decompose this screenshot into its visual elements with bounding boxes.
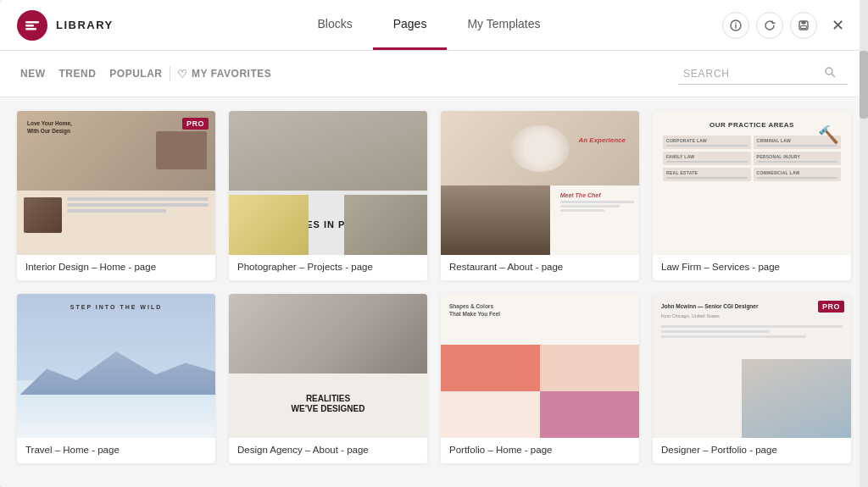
- thumb-text-3: Meet The Chef: [555, 185, 639, 255]
- thumb-photo-1: [24, 197, 62, 233]
- thumb-img-1: [156, 131, 207, 169]
- search-icon: [824, 66, 836, 80]
- thumb-cell-7-1: [441, 345, 540, 391]
- filter-divider: [170, 66, 170, 81]
- template-card-john[interactable]: John Mcwinn — Senior CGI Designer from C…: [653, 294, 851, 463]
- filter-bar: NEW TREND POPULAR ♡ MY FAVORITES: [0, 51, 868, 97]
- template-card-photographer[interactable]: STORIES IN PHOTOS Photographer – Project…: [229, 111, 427, 280]
- thumb-text-1: Love Your Home, With Our Design: [27, 119, 72, 135]
- logo-area: LIBRARY: [17, 10, 136, 41]
- thumb-name-8: John Mcwinn — Senior CGI Designer: [661, 302, 843, 310]
- tab-my-templates[interactable]: My Templates: [447, 0, 560, 50]
- pro-badge-1: PRO: [182, 118, 209, 130]
- svg-rect-7: [802, 21, 806, 25]
- filter-tabs: NEW TREND POPULAR: [20, 66, 163, 81]
- thumb-snow-5: [17, 395, 215, 438]
- template-card-restaurant[interactable]: An Experience Meet The Chef Restau: [441, 111, 639, 280]
- card-thumb-1: Love Your Home, With Our Design: [17, 111, 215, 255]
- svg-rect-2: [25, 28, 36, 30]
- svg-rect-1: [25, 25, 34, 27]
- card-label-4: Law Firm – Services - page: [653, 255, 851, 280]
- thumb-grid-7: [441, 345, 639, 439]
- content-area: Love Your Home, With Our Design: [0, 97, 868, 487]
- thumb-plate-3: [510, 125, 570, 172]
- thumb-photo-2-bl: [229, 195, 309, 255]
- thumb-location-8: from Chicago, United States: [661, 313, 843, 318]
- thumb-img-6: [229, 294, 427, 374]
- card-label-2: Photographer – Projects - page: [229, 255, 427, 280]
- card-label-3: Restaurant – About - page: [441, 255, 639, 280]
- thumb-cell-7-3: [441, 391, 540, 438]
- filter-popular[interactable]: POPULAR: [109, 66, 162, 81]
- card-thumb-3: An Experience Meet The Chef: [441, 111, 639, 255]
- heart-icon: ♡: [177, 68, 188, 80]
- search-area: [678, 63, 848, 85]
- template-card-interior-design[interactable]: Love Your Home, With Our Design: [17, 111, 215, 280]
- thumb-photo-2-br: [344, 195, 427, 255]
- template-card-shapes[interactable]: Shapes & Colors That Make You Feel Portf…: [441, 294, 639, 463]
- svg-line-10: [832, 74, 834, 76]
- card-thumb-5: STEP INTO THE WILD: [17, 294, 215, 438]
- svg-rect-0: [25, 21, 39, 24]
- thumb-grid-4: Corporate Law Criminal Law Family Law Pe…: [663, 136, 841, 181]
- thumb-title-7: Shapes & Colors That Make You Feel: [449, 302, 500, 318]
- save-button[interactable]: [790, 12, 817, 39]
- card-thumb-4: OUR PRACTICE AREAS 🔨 Corporate Law Crimi…: [653, 111, 851, 255]
- thumb-desc-1: [67, 197, 209, 215]
- library-title: LIBRARY: [56, 19, 114, 31]
- card-label-6: Design Agency – About - page: [229, 438, 427, 463]
- tab-blocks[interactable]: Blocks: [297, 0, 372, 50]
- template-card-realities[interactable]: REALITIES WE'VE DESIGNED Design Agency –…: [229, 294, 427, 463]
- search-input[interactable]: [683, 68, 819, 80]
- refresh-button[interactable]: [756, 12, 783, 39]
- header: LIBRARY Blocks Pages My Templates: [0, 0, 868, 51]
- card-thumb-7: Shapes & Colors That Make You Feel: [441, 294, 639, 438]
- modal-library: LIBRARY Blocks Pages My Templates: [0, 0, 868, 487]
- svg-rect-8: [801, 25, 807, 28]
- thumb-exp-3: An Experience: [578, 136, 626, 144]
- card-label-5: Travel – Home - page: [17, 438, 215, 463]
- template-card-law-firm[interactable]: OUR PRACTICE AREAS 🔨 Corporate Law Crimi…: [653, 111, 851, 280]
- filter-trend[interactable]: TREND: [59, 66, 97, 81]
- tab-pages[interactable]: Pages: [373, 0, 448, 50]
- main-tabs-nav: Blocks Pages My Templates: [136, 0, 722, 50]
- thumb-photo-2-top: [229, 111, 427, 191]
- logo-icon: [17, 10, 47, 41]
- pro-badge-8: PRO: [818, 301, 844, 313]
- card-label-7: Portfolio – Home - page: [441, 438, 639, 463]
- thumb-cell-7-4: [540, 391, 639, 438]
- close-button[interactable]: ✕: [824, 12, 851, 39]
- info-button[interactable]: [722, 12, 749, 39]
- thumb-text-6: REALITIES WE'VE DESIGNED: [229, 394, 427, 414]
- thumb-chef-3: [441, 185, 550, 255]
- favorites-button[interactable]: ♡ MY FAVORITES: [177, 68, 272, 80]
- gavel-icon: 🔨: [818, 125, 839, 145]
- thumb-text-5: STEP INTO THE WILD: [17, 304, 215, 310]
- favorites-label: MY FAVORITES: [192, 68, 271, 80]
- thumb-img-8: [742, 359, 851, 439]
- card-thumb-6: REALITIES WE'VE DESIGNED: [229, 294, 427, 438]
- card-label-8: Designer – Portfolio - page: [653, 438, 851, 463]
- thumb-lines-8: [661, 325, 843, 338]
- template-grid: Love Your Home, With Our Design: [17, 111, 851, 463]
- thumb-cell-7-2: [540, 345, 639, 391]
- card-thumb-2: STORIES IN PHOTOS: [229, 111, 427, 255]
- header-actions: ✕: [722, 12, 851, 39]
- card-thumb-8: John Mcwinn — Senior CGI Designer from C…: [653, 294, 851, 438]
- template-card-wild[interactable]: STEP INTO THE WILD Travel – Home - page: [17, 294, 215, 463]
- card-label-1: Interior Design – Home - page: [17, 255, 215, 280]
- thumb-title-4: OUR PRACTICE AREAS: [663, 121, 841, 129]
- svg-point-5: [735, 22, 737, 24]
- filter-new[interactable]: NEW: [20, 66, 46, 81]
